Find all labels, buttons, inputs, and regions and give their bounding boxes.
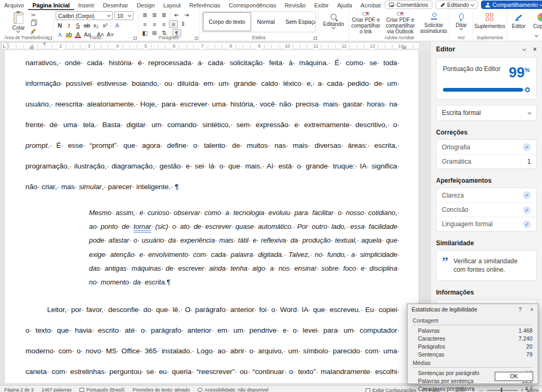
tab-exibir[interactable]: Exibir — [310, 1, 333, 10]
styles-group-label: Estilos — [200, 35, 318, 40]
superscript-button[interactable]: x² — [101, 21, 109, 29]
tab-layout[interactable]: Layout — [159, 1, 185, 10]
tab-pagina-inicial[interactable]: Página Inicial — [28, 1, 74, 10]
tab-design[interactable]: Design — [132, 1, 159, 10]
align-right-button[interactable]: ≡ — [159, 20, 168, 28]
ruler-number: 10 — [285, 43, 290, 49]
editor-suggestion-row-concisao[interactable]: Concisão✓ — [437, 202, 536, 217]
similarity-check-card[interactable]: ” Verificar a similaridade com fontes on… — [436, 250, 537, 281]
align-center-button[interactable]: ≡ — [150, 20, 159, 28]
status-portugues-brasil-[interactable]: Português (Brasil) — [79, 387, 125, 392]
display-settings-icon — [366, 388, 370, 392]
editing-group: Editando — [318, 10, 349, 41]
multilevel-list-button[interactable]: ≣ — [159, 11, 168, 19]
paragraph-dialog-launcher[interactable] — [194, 36, 198, 40]
tab-correspondencias[interactable]: Correspondências — [225, 1, 280, 10]
first-line-indent-marker[interactable] — [42, 42, 47, 46]
chevron-down-icon — [470, 2, 474, 6]
ruler-number: 2 — [58, 43, 64, 49]
clipboard-icon — [14, 12, 23, 24]
bold-button[interactable]: N — [56, 21, 64, 29]
text-run: narrativos,· onde· cada· história· é· re… — [25, 59, 399, 129]
tab-arquivo[interactable]: Arquivo — [0, 1, 28, 10]
document-canvas: narrativos,· onde· cada· história· é· re… — [0, 50, 430, 385]
editor-suggestion-row-ortografia[interactable]: Ortografia✓ — [437, 140, 536, 154]
clipboard-dialog-launcher[interactable] — [48, 36, 52, 40]
quotation-marks-icon: ” — [442, 257, 448, 265]
dialog-help-button[interactable]: ? — [518, 306, 521, 313]
stat-label: Caracteres — [418, 335, 445, 342]
stat-label: Palavras — [418, 327, 440, 334]
progress-fill — [443, 88, 523, 92]
tab-ajuda[interactable]: Ajuda — [333, 1, 356, 10]
increase-indent-button[interactable]: ⇥ — [182, 11, 191, 19]
style-sem-espacamen[interactable]: Sem Espaçamen — [280, 12, 316, 32]
cut-button[interactable]: ✂ — [29, 12, 38, 19]
addins-group: Suplementos Suplementos — [473, 10, 507, 41]
editing-menu-button[interactable]: Editando — [321, 11, 346, 35]
line-spacing-button[interactable]: ⇕ — [179, 20, 188, 28]
strikethrough-button[interactable]: ab — [83, 21, 91, 29]
writing-style-selector[interactable]: Escrita formal — [436, 105, 537, 121]
collapse-ribbon-button[interactable] — [535, 29, 538, 39]
ruler-row: L 1234567891011121314 — [0, 41, 430, 50]
style-corpo-do-texto[interactable]: Corpo do texto — [203, 12, 251, 31]
tab-inserir[interactable]: Inserir — [74, 1, 99, 10]
font-dialog-launcher[interactable] — [133, 36, 137, 40]
ruler-number: 8 — [228, 43, 234, 49]
stat-value: 7.240 — [519, 335, 532, 342]
pdf-document-icon — [362, 12, 369, 15]
tab-stop-selector[interactable]: L — [1, 42, 7, 49]
font-size-combobox[interactable]: 10 — [114, 11, 134, 20]
dialog-ok-button[interactable]: OK — [495, 372, 533, 381]
phonetic-guide-button[interactable]: A — [113, 21, 121, 29]
pane-close-icon[interactable]: × — [533, 46, 537, 53]
dictate-button[interactable]: Ditar — [452, 11, 470, 35]
styles-dialog-launcher[interactable] — [313, 36, 317, 40]
bullets-button[interactable]: ≣ — [140, 11, 149, 19]
format-painter-button[interactable] — [29, 27, 38, 34]
tab-desenhar[interactable]: Desenhar — [99, 1, 132, 10]
tab-revisao[interactable]: Revisão — [280, 1, 310, 10]
decrease-indent-button[interactable]: ⇤ — [172, 11, 181, 19]
request-signatures-button[interactable]: Solicitar assinaturas — [417, 11, 450, 35]
numbering-button[interactable]: ≣ — [150, 11, 159, 19]
italic-button[interactable]: I — [65, 21, 73, 29]
editor-suggestion-row-clareza[interactable]: Clareza✓ — [437, 188, 536, 202]
justify-button[interactable]: ≡ — [169, 20, 178, 28]
search-icon — [331, 14, 336, 20]
subscript-button[interactable]: x₂ — [92, 21, 100, 29]
tab-referencias[interactable]: Referências — [185, 1, 225, 10]
dialog-close-button[interactable]: × — [530, 306, 534, 313]
tab-acrobat[interactable]: Acrobat — [357, 1, 385, 10]
copy-button[interactable] — [29, 20, 38, 27]
status-1467-palavras[interactable]: 1467 palavras — [42, 387, 72, 392]
create-pdf-share-link-button[interactable]: Criar PDF e compartilhar o link — [349, 11, 383, 35]
style-normal[interactable]: Normal — [252, 12, 280, 32]
editing-mode-label: Editando — [447, 2, 469, 8]
editor-suggestion-row-gramatica[interactable]: Gramática1 — [437, 154, 536, 168]
horizontal-ruler[interactable]: 1234567891011121314 — [8, 42, 420, 49]
create-pdf-outlook-button[interactable]: Criar PDF e compartilhar via Outlook — [383, 11, 417, 35]
document-page[interactable]: narrativos,· onde· cada· história· é· re… — [4, 50, 419, 383]
paste-button[interactable]: Colar — [10, 11, 28, 35]
text-run: prompt — [25, 141, 48, 149]
editor-score-card[interactable]: Pontuação do Editor 99% — [436, 57, 537, 100]
comments-button[interactable]: Comentários — [385, 1, 432, 9]
pane-chevron-down-icon[interactable] — [522, 47, 526, 50]
share-button[interactable]: Compartilhamento — [481, 1, 542, 9]
document-text[interactable]: narrativos,· onde· cada· história· é· re… — [5, 50, 419, 383]
format-painter-icon — [31, 29, 36, 33]
addins-button[interactable]: Suplementos — [475, 11, 504, 35]
font-name-combobox[interactable]: Calibri (Corpo) — [56, 11, 113, 20]
editing-mode-button[interactable]: Editando — [436, 1, 478, 9]
align-left-button[interactable]: ≡ — [140, 20, 149, 28]
status-previsoes-de-texto-ativado[interactable]: Previsões de texto: ativado — [132, 387, 190, 392]
share-label: Compartilhamento — [492, 2, 538, 8]
editor-suggestion-row-linguagem-formal[interactable]: Linguagem formal✓ — [437, 217, 536, 231]
chevron-down-icon — [528, 110, 531, 114]
editor-button[interactable]: Editor — [509, 11, 528, 35]
status-pagina-2-de-3[interactable]: Página 2 de 3 — [4, 387, 34, 392]
underline-button[interactable]: S — [74, 21, 82, 29]
status-acessibilidade-nao-disponivel[interactable]: Acessibilidade: não disponível — [198, 387, 269, 392]
